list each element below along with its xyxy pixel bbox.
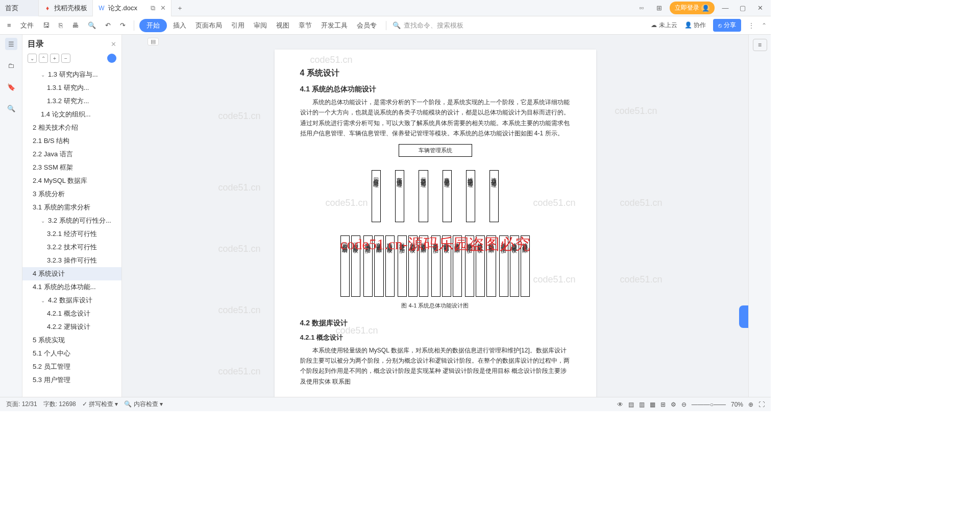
tab-doc[interactable]: W论文.docx⧉✕ (93, 0, 172, 16)
heading-41: 4.1 系统的总体功能设计 (300, 85, 571, 94)
view4-icon[interactable]: ⊞ (660, 401, 666, 408)
page-count[interactable]: 页面: 12/31 (6, 400, 37, 409)
figure-caption: 图 4-1 系统总体功能设计图 (300, 302, 571, 310)
close-outline-icon[interactable]: ✕ (111, 40, 116, 48)
toc-item[interactable]: 4 系统设计 (22, 267, 121, 280)
view3-icon[interactable]: ▦ (650, 401, 655, 408)
fullscreen-icon[interactable]: ⛶ (758, 401, 765, 408)
redo-icon[interactable]: ↷ (117, 19, 129, 31)
minimize-button[interactable]: — (719, 2, 732, 15)
layout-icon[interactable]: ▫▫ (635, 2, 648, 15)
user-icon: 👤 (684, 21, 692, 29)
tab-dev[interactable]: 开发工具 (318, 19, 351, 32)
toc-item[interactable]: 3.2.2 技术可行性 (22, 241, 121, 254)
tab-review[interactable]: 审阅 (251, 19, 270, 32)
share-button[interactable]: ⎋分享 (713, 19, 741, 32)
chevron-up-icon[interactable]: ⌃ (762, 22, 767, 29)
content-check-button[interactable]: 🔍 内容检查 ▾ (124, 400, 163, 409)
restore-icon[interactable]: ⧉ (151, 4, 155, 12)
close-button[interactable]: ✕ (753, 2, 767, 15)
spellcheck-button[interactable]: ✓ 拼写检查 ▾ (82, 400, 118, 409)
toc-item[interactable]: 4.2.1 概念设计 (22, 307, 121, 320)
search-box[interactable]: 🔍查找命令、搜索模板 (386, 21, 463, 30)
page-indicator-icon[interactable]: ▤ (148, 38, 159, 45)
diagram: 车辆管理系统 用户信息管理车辆信息管理保养登记管理事故登记管理维修登记管理违章登… (300, 144, 571, 297)
settings-icon[interactable]: ⚙ (671, 401, 676, 408)
preview-icon[interactable]: 🔍 (85, 19, 99, 31)
toc-item[interactable]: 4.2.2 逻辑设计 (22, 320, 121, 334)
expand-icon[interactable]: ⌃ (39, 54, 48, 63)
status-bar: 页面: 12/31 字数: 12698 ✓ 拼写检查 ▾ 🔍 内容检查 ▾ 👁 … (0, 397, 771, 411)
zoom-out[interactable]: ⊖ (681, 401, 687, 408)
toc-item[interactable]: 5.3 用户管理 (22, 373, 121, 387)
panel-toggle-icon[interactable]: ≡ (753, 39, 767, 51)
toc-item[interactable]: 2.4 MySQL 数据库 (22, 174, 121, 187)
tab-insert[interactable]: 插入 (170, 19, 189, 32)
bookmark-icon[interactable]: 🔖 (5, 81, 17, 93)
ribbon: ≡ 文件 🖫 ⎘ 🖶 🔍 ↶ ↷ 开始 插入 页面布局 引用 审阅 视图 章节 … (0, 16, 771, 35)
toc-item[interactable]: 2.2 Java 语言 (22, 148, 121, 161)
tab-template[interactable]: ♦找稻壳模板 (39, 0, 93, 16)
view2-icon[interactable]: ▥ (639, 401, 645, 408)
side-fab[interactable] (739, 305, 748, 328)
tab-bar: 首页 ♦找稻壳模板 W论文.docx⧉✕ ＋ ▫▫ ⊞ 立即登录👤 — ▢ ✕ (0, 0, 771, 16)
save-icon[interactable]: 🖫 (40, 19, 53, 31)
search-rail-icon[interactable]: 🔍 (5, 102, 17, 114)
hamburger-icon[interactable]: ≡ (4, 19, 14, 31)
toc-item[interactable]: 1.4 论文的组织... (22, 108, 121, 121)
document-area[interactable]: ▤ code51.cn code51.cn code51.cn code51.c… (122, 35, 748, 397)
export-icon[interactable]: ⎘ (56, 19, 66, 31)
tab-ref[interactable]: 引用 (228, 19, 248, 32)
toc-item[interactable]: 5.2 员工管理 (22, 360, 121, 373)
tab-view[interactable]: 视图 (273, 19, 292, 32)
maximize-button[interactable]: ▢ (736, 2, 749, 15)
tab-start[interactable]: 开始 (139, 19, 167, 32)
tab-layout[interactable]: 页面布局 (192, 19, 225, 32)
zoom-in[interactable]: ⊕ (748, 401, 753, 408)
toc-item[interactable]: 2 相关技术介绍 (22, 121, 121, 134)
paragraph: 系统的总体功能设计，是需求分析的下一个阶段，是系统实现的上一个阶段，它是系统详细… (300, 97, 571, 139)
toc-item[interactable]: 4.1 系统的总体功能... (22, 280, 121, 294)
eye-icon[interactable]: 👁 (617, 401, 623, 408)
word-icon: W (98, 5, 105, 12)
outline-icon[interactable]: ☰ (5, 38, 17, 50)
remove-icon[interactable]: − (61, 54, 70, 63)
toc-item[interactable]: 5.1 个人中心 (22, 347, 121, 360)
toc-item[interactable]: 3.2.3 操作可行性 (22, 254, 121, 267)
tab-member[interactable]: 会员专 (354, 19, 380, 32)
apps-icon[interactable]: ⊞ (652, 2, 666, 15)
undo-icon[interactable]: ↶ (102, 19, 114, 31)
watermark: code51.cn (310, 55, 353, 65)
toc-item[interactable]: 3 系统分析 (22, 187, 121, 201)
clipboard-icon[interactable]: 🗀 (5, 59, 17, 72)
toc-item[interactable]: 2.1 B/S 结构 (22, 134, 121, 148)
toc-item[interactable]: ⌄3.2 系统的可行性分... (22, 214, 121, 227)
new-tab-button[interactable]: ＋ (172, 4, 188, 13)
file-menu[interactable]: 文件 (17, 19, 37, 32)
toc-item[interactable]: ⌄4.2 数据库设计 (22, 294, 121, 307)
zoom-level[interactable]: 70% (731, 401, 743, 408)
toc-item[interactable]: 3.1 系统的需求分析 (22, 201, 121, 214)
cloud-status[interactable]: ☁ 未上云 (651, 21, 677, 30)
search-icon: 🔍 (393, 21, 401, 29)
toc-item[interactable]: 5 系统实现 (22, 334, 121, 347)
toc-item[interactable]: 1.3.1 研究内... (22, 81, 121, 94)
add-icon[interactable]: + (50, 54, 59, 63)
word-count[interactable]: 字数: 12698 (43, 400, 76, 409)
sync-badge[interactable] (107, 54, 116, 63)
toc-item[interactable]: 2.3 SSM 框架 (22, 161, 121, 174)
toc-item[interactable]: 3.2.1 经济可行性 (22, 227, 121, 241)
login-button[interactable]: 立即登录👤 (670, 2, 715, 14)
collapse-icon[interactable]: ⌄ (28, 54, 37, 63)
collab-button[interactable]: 👤 协作 (684, 21, 706, 30)
toc-list: ⌄1.3 研究内容与...1.3.1 研究内...1.3.2 研究方...1.4… (22, 66, 121, 397)
view1-icon[interactable]: ▤ (628, 401, 634, 408)
toc-item[interactable]: 1.3.2 研究方... (22, 94, 121, 108)
kebab-icon[interactable]: ⋮ (748, 22, 754, 29)
toc-item[interactable]: ⌄1.3 研究内容与... (22, 68, 121, 81)
zoom-slider[interactable]: ———○—— (692, 401, 726, 408)
tab-chapter[interactable]: 章节 (296, 19, 315, 32)
tab-home[interactable]: 首页 (0, 0, 39, 16)
print-icon[interactable]: 🖶 (69, 19, 82, 31)
close-tab-icon[interactable]: ✕ (160, 4, 166, 12)
